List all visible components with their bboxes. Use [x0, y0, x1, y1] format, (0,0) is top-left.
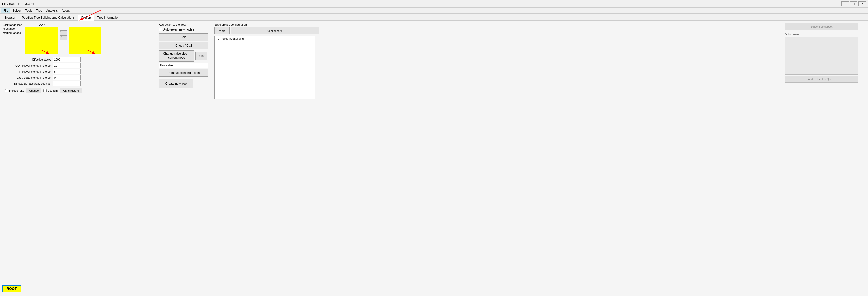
use-icm-label: Use icm: [43, 89, 58, 92]
ip-label: IP: [69, 23, 101, 26]
bb-size-row: BB size (for accuracy settings): [2, 81, 154, 86]
create-new-tree-button[interactable]: Create new tree: [159, 79, 193, 88]
use-icm-checkbox[interactable]: [43, 89, 47, 92]
menu-solver[interactable]: Solver: [10, 8, 23, 13]
save-preflop-section: Save preflop configuration to file to cl…: [215, 23, 780, 99]
minimize-button[interactable]: −: [841, 1, 849, 6]
jobs-queue-box: [785, 37, 858, 75]
bb-size-input[interactable]: [53, 81, 81, 86]
title-bar: PioViewer FREE 3.3.24 − □ ✕: [0, 0, 868, 7]
extra-dead-input[interactable]: [53, 75, 81, 80]
title-bar-controls: − □ ✕: [841, 1, 866, 6]
ip-money-row: IP Player money in the pot: [2, 69, 154, 74]
range-label: Click range icon to change starting rang…: [2, 23, 23, 35]
auto-select-label: Auto-select new nodes: [163, 28, 194, 31]
left-panel: Click range icon to change starting rang…: [0, 21, 156, 296]
range-boxes-container: OOP: [25, 23, 101, 55]
change-raise-size-button[interactable]: Change raise size in current node: [159, 51, 194, 62]
save-to-file-button[interactable]: to file: [215, 27, 229, 34]
include-rake-checkbox[interactable]: [5, 89, 8, 92]
menu-about[interactable]: About: [60, 8, 71, 13]
save-preflop-label: Save preflop configuration: [215, 23, 780, 26]
swap-up-button[interactable]: <-: [60, 30, 67, 35]
save-buttons-row: to file to clipboard: [215, 27, 780, 34]
middle-panel: Add action to the tree: Auto-select new …: [156, 21, 212, 296]
app-title: PioViewer FREE 3.3.24: [2, 2, 841, 5]
svg-line-0: [41, 50, 48, 54]
maximize-button[interactable]: □: [850, 1, 858, 6]
checkbox-section: Include rake Change Use icm ICM structur…: [5, 88, 154, 93]
auto-select-checkbox[interactable]: [159, 28, 162, 31]
change-button[interactable]: Change: [26, 88, 42, 93]
menu-analysis[interactable]: Analysis: [44, 8, 60, 13]
menu-file[interactable]: File: [1, 8, 10, 13]
oop-label: OOP: [25, 23, 58, 26]
range-section: Click range icon to change starting rang…: [2, 23, 154, 55]
icm-structure-button[interactable]: ICM structure: [60, 88, 82, 93]
save-to-clipboard-button[interactable]: to clipboard: [230, 27, 319, 34]
swap-down-button[interactable]: ->: [60, 35, 67, 40]
ip-range-container: IP: [69, 23, 101, 55]
fields-section: Effective stacks OOP Player money in the…: [2, 57, 154, 86]
tab-preflop[interactable]: Preflop: [78, 14, 94, 21]
oop-range-box[interactable]: [25, 27, 58, 55]
ip-money-input[interactable]: [53, 69, 81, 74]
bb-size-label: BB size (for accuracy settings): [2, 82, 53, 85]
main-content: Click range icon to change starting rang…: [0, 21, 868, 296]
oop-money-input[interactable]: [53, 63, 81, 68]
raise-button[interactable]: Raise: [195, 52, 208, 60]
tab-bar: Browser Postflop Tree Building and Calcu…: [0, 13, 868, 21]
swap-buttons: <- ->: [60, 30, 67, 40]
right-panel: Save preflop configuration to file to cl…: [212, 21, 782, 296]
tab-postflop[interactable]: Postflop Tree Building and Calculations: [19, 14, 78, 21]
close-button[interactable]: ✕: [859, 1, 866, 6]
effective-stacks-label: Effective stacks: [2, 58, 53, 61]
auto-select-row: Auto-select new nodes: [159, 28, 210, 31]
root-node[interactable]: ROOT: [2, 285, 21, 292]
effective-stacks-input[interactable]: [53, 57, 81, 62]
preflop-tree-content: .... PreflopTreeBuilding: [216, 37, 244, 40]
extra-dead-label: Extra dead money in the pot: [2, 76, 53, 79]
remove-selected-action-button[interactable]: Remove selected action: [159, 69, 208, 77]
oop-money-row: OOP Player money in the pot: [2, 63, 154, 68]
ip-range-box[interactable]: [69, 27, 101, 55]
svg-line-1: [87, 50, 94, 54]
oop-range-container: OOP: [25, 23, 58, 55]
add-to-job-queue-button[interactable]: Add to the Job Queue: [785, 76, 858, 83]
raise-size-input[interactable]: [159, 63, 208, 68]
check-call-button[interactable]: Check / Call: [159, 42, 208, 50]
raise-row: Change raise size in current node Raise: [159, 51, 210, 62]
menu-bar: File Solver Tools Tree Analysis About: [0, 7, 868, 13]
effective-stacks-row: Effective stacks: [2, 57, 154, 62]
preflop-tree-box: .... PreflopTreeBuilding: [215, 36, 315, 99]
menu-tree[interactable]: Tree: [34, 8, 44, 13]
menu-tools[interactable]: Tools: [23, 8, 34, 13]
extra-dead-row: Extra dead money in the pot: [2, 75, 154, 80]
ip-money-label: IP Player money in the pot: [2, 70, 53, 73]
select-flop-subset-button[interactable]: Select flop subset: [785, 23, 858, 30]
jobs-queue-label: Jobs queue: [785, 33, 866, 36]
oop-money-label: OOP Player money in the pot: [2, 64, 53, 67]
tab-tree-info[interactable]: Tree information: [94, 14, 123, 21]
include-rake-label: Include rake: [5, 89, 24, 92]
far-right-panel: Select flop subset Jobs queue Add to the…: [782, 21, 868, 296]
tab-browser[interactable]: Browser: [1, 14, 19, 21]
fold-button[interactable]: Fold: [159, 33, 208, 41]
bottom-bar: ROOT: [0, 281, 868, 296]
add-action-label: Add action to the tree:: [159, 23, 210, 26]
